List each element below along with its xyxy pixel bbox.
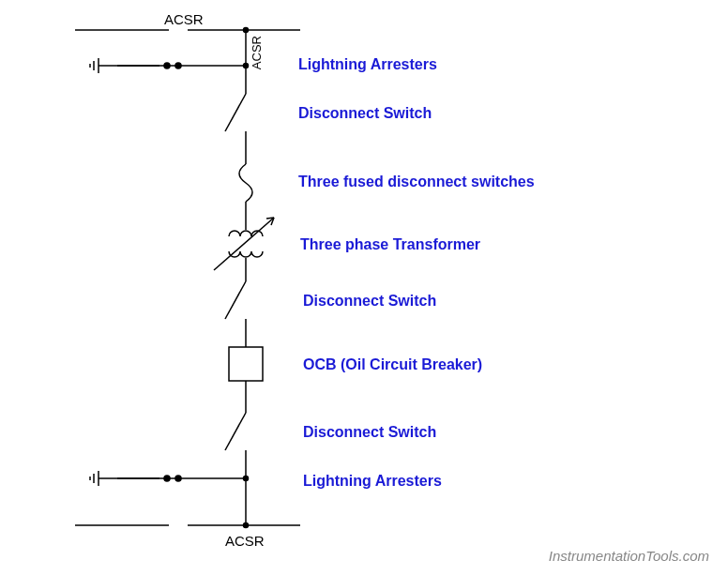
svg-point-6 <box>175 63 181 68</box>
label-ocb: OCB (Oil Circuit Breaker) <box>303 356 482 373</box>
svg-point-7 <box>164 63 170 68</box>
ocb-symbol <box>229 347 263 381</box>
disconnect-switch-1 <box>225 94 246 131</box>
label-three-fused: Three fused disconnect switches <box>298 174 535 190</box>
watermark: InstrumentationTools.com <box>549 548 709 564</box>
acsr-bottom-label: ACSR <box>225 533 265 549</box>
transformer-symbol <box>214 218 274 270</box>
label-transformer: Three phase Transformer <box>300 236 480 253</box>
acsr-top-label: ACSR <box>164 11 204 27</box>
label-lightning-top: Lightning Arresters <box>298 56 437 73</box>
svg-point-23 <box>175 476 181 481</box>
acsr-vert-label: ACSR <box>250 36 264 69</box>
disconnect-switch-3 <box>225 413 246 450</box>
svg-line-16 <box>214 218 274 270</box>
svg-point-24 <box>164 476 170 481</box>
label-disconnect-3: Disconnect Switch <box>303 424 436 441</box>
label-lightning-bottom: Lightning Arresters <box>303 473 442 490</box>
label-disconnect-2: Disconnect Switch <box>303 293 436 310</box>
fuse-symbol <box>239 164 252 202</box>
label-disconnect-1: Disconnect Switch <box>298 105 432 122</box>
disconnect-switch-2 <box>225 281 246 319</box>
